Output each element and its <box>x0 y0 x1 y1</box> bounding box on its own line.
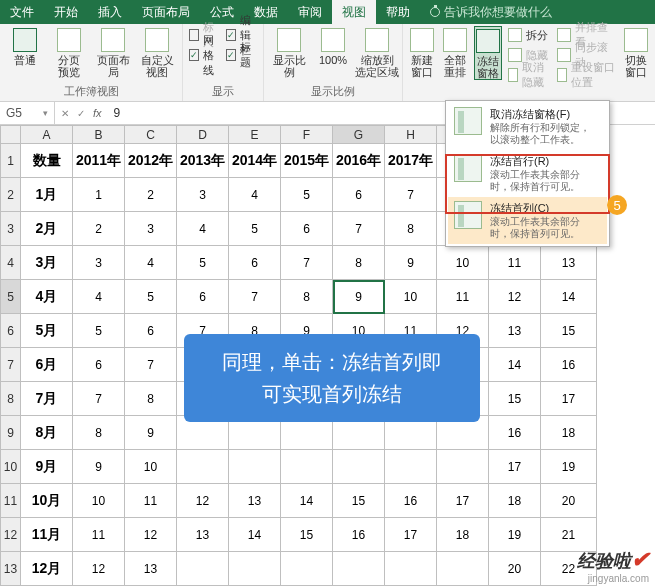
table-cell[interactable]: 16 <box>541 348 597 382</box>
unfreeze-panes-item[interactable]: 取消冻结窗格(F)解除所有行和列锁定， 以滚动整个工作表。 <box>448 103 607 150</box>
table-cell[interactable]: 10 <box>437 246 489 280</box>
show-headings-checkbox[interactable]: ✓标题 <box>226 46 257 64</box>
table-cell[interactable]: 17 <box>541 382 597 416</box>
table-cell[interactable]: 6 <box>125 314 177 348</box>
table-cell[interactable]: 8月 <box>21 416 73 450</box>
table-cell[interactable]: 2016年 <box>333 144 385 178</box>
table-cell[interactable]: 2017年 <box>385 144 437 178</box>
table-cell[interactable]: 9月 <box>21 450 73 484</box>
table-cell[interactable]: 18 <box>437 518 489 552</box>
table-cell[interactable]: 19 <box>489 518 541 552</box>
split-button[interactable]: 拆分 <box>508 26 552 44</box>
table-cell[interactable]: 11 <box>437 280 489 314</box>
table-cell[interactable]: 6 <box>229 246 281 280</box>
table-cell[interactable]: 3 <box>73 246 125 280</box>
table-cell[interactable]: 4 <box>125 246 177 280</box>
col-header[interactable]: D <box>177 126 229 144</box>
table-cell[interactable]: 3 <box>177 178 229 212</box>
table-cell[interactable]: 14 <box>541 280 597 314</box>
table-cell[interactable]: 8 <box>281 280 333 314</box>
reset-pos-button[interactable]: 重设窗口位置 <box>557 66 616 84</box>
table-cell[interactable]: 16 <box>489 416 541 450</box>
row-header[interactable]: 4 <box>1 246 21 280</box>
tab-file[interactable]: 文件 <box>0 0 44 24</box>
row-header[interactable]: 8 <box>1 382 21 416</box>
table-cell[interactable]: 11月 <box>21 518 73 552</box>
view-preview-button[interactable]: 分页 预览 <box>50 26 88 78</box>
col-header[interactable]: B <box>73 126 125 144</box>
tab-view[interactable]: 视图 <box>332 0 376 24</box>
table-cell[interactable]: 2月 <box>21 212 73 246</box>
table-cell[interactable]: 7 <box>125 348 177 382</box>
table-cell[interactable]: 9 <box>333 280 385 314</box>
table-cell[interactable]: 10 <box>125 450 177 484</box>
row-header[interactable]: 11 <box>1 484 21 518</box>
table-cell[interactable]: 8 <box>333 246 385 280</box>
table-cell[interactable]: 1 <box>73 178 125 212</box>
table-cell[interactable]: 20 <box>489 552 541 586</box>
table-cell[interactable]: 2 <box>125 178 177 212</box>
table-cell[interactable]: 10月 <box>21 484 73 518</box>
table-cell[interactable]: 15 <box>489 382 541 416</box>
table-cell[interactable] <box>385 552 437 586</box>
col-header[interactable]: A <box>21 126 73 144</box>
table-cell[interactable]: 2014年 <box>229 144 281 178</box>
tab-review[interactable]: 审阅 <box>288 0 332 24</box>
select-all-corner[interactable] <box>1 126 21 144</box>
table-cell[interactable]: 15 <box>541 314 597 348</box>
table-cell[interactable]: 5 <box>229 212 281 246</box>
table-cell[interactable]: 17 <box>437 484 489 518</box>
table-cell[interactable]: 9 <box>73 450 125 484</box>
zoom-button[interactable]: 显示比例 <box>270 26 308 78</box>
table-cell[interactable]: 9 <box>125 416 177 450</box>
col-header[interactable]: H <box>385 126 437 144</box>
table-cell[interactable]: 11 <box>73 518 125 552</box>
new-window-button[interactable]: 新建窗口 <box>409 26 436 78</box>
table-cell[interactable]: 13 <box>229 484 281 518</box>
view-custom-button[interactable]: 自定义视图 <box>138 26 176 78</box>
unhide-button[interactable]: 取消隐藏 <box>508 66 552 84</box>
table-cell[interactable] <box>385 450 437 484</box>
table-cell[interactable]: 12月 <box>21 552 73 586</box>
table-cell[interactable]: 4 <box>177 212 229 246</box>
table-cell[interactable]: 7 <box>229 280 281 314</box>
table-cell[interactable]: 13 <box>489 314 541 348</box>
table-cell[interactable] <box>229 450 281 484</box>
table-cell[interactable]: 18 <box>489 484 541 518</box>
row-header[interactable]: 1 <box>1 144 21 178</box>
table-cell[interactable]: 10 <box>385 280 437 314</box>
col-header[interactable]: G <box>333 126 385 144</box>
table-cell[interactable]: 7 <box>73 382 125 416</box>
table-cell[interactable]: 17 <box>489 450 541 484</box>
table-cell[interactable]: 19 <box>541 450 597 484</box>
name-box[interactable]: G5 <box>0 102 55 124</box>
table-cell[interactable]: 16 <box>385 484 437 518</box>
row-header[interactable]: 7 <box>1 348 21 382</box>
table-cell[interactable] <box>437 450 489 484</box>
table-cell[interactable] <box>177 450 229 484</box>
table-cell[interactable]: 7 <box>385 178 437 212</box>
table-cell[interactable]: 12 <box>73 552 125 586</box>
table-cell[interactable]: 5月 <box>21 314 73 348</box>
table-cell[interactable]: 5 <box>73 314 125 348</box>
table-cell[interactable]: 2 <box>73 212 125 246</box>
table-cell[interactable]: 6 <box>281 212 333 246</box>
switch-window-button[interactable]: 切换窗口 <box>622 26 649 78</box>
table-cell[interactable]: 7 <box>281 246 333 280</box>
row-header[interactable]: 9 <box>1 416 21 450</box>
table-cell[interactable]: 3月 <box>21 246 73 280</box>
row-header[interactable]: 12 <box>1 518 21 552</box>
row-header[interactable]: 2 <box>1 178 21 212</box>
tab-insert[interactable]: 插入 <box>88 0 132 24</box>
table-cell[interactable]: 2015年 <box>281 144 333 178</box>
table-cell[interactable]: 15 <box>281 518 333 552</box>
table-cell[interactable] <box>333 552 385 586</box>
arrange-button[interactable]: 全部重排 <box>442 26 469 78</box>
confirm-icon[interactable]: ✓ <box>77 108 85 119</box>
view-normal-button[interactable]: 普通 <box>6 26 44 66</box>
freeze-first-col-item[interactable]: 冻结首列(C)滚动工作表其余部分 时，保持首列可见。 <box>448 197 607 244</box>
table-cell[interactable] <box>281 552 333 586</box>
table-cell[interactable]: 6月 <box>21 348 73 382</box>
table-cell[interactable]: 6 <box>73 348 125 382</box>
table-cell[interactable]: 5 <box>281 178 333 212</box>
